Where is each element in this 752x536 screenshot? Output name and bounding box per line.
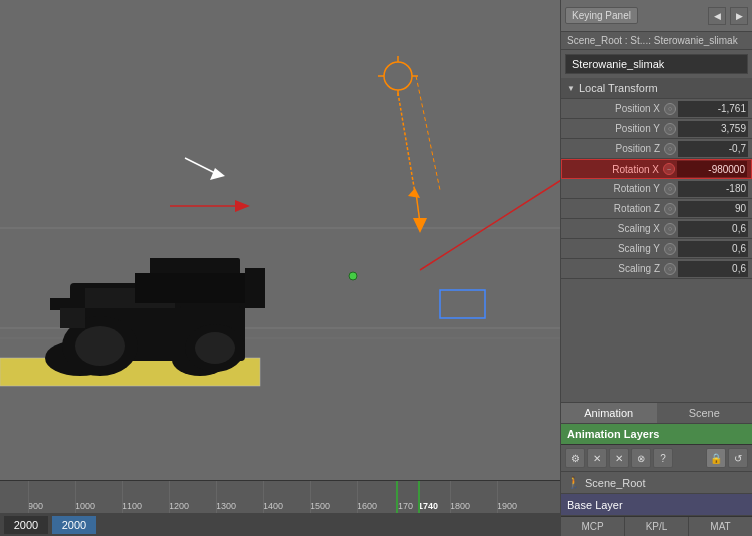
tick-line-1100 — [122, 481, 123, 513]
tab-scene[interactable]: Scene — [657, 403, 753, 423]
position-z-row: Position Z ○ — [561, 139, 752, 159]
local-transform-label: Local Transform — [579, 82, 658, 94]
help-icon-btn[interactable]: ? — [653, 448, 673, 468]
tick-1500: 1500 — [310, 501, 330, 511]
svg-marker-24 — [210, 168, 225, 180]
position-z-label: Position Z — [565, 143, 664, 154]
mcp-button[interactable]: MCP — [561, 517, 625, 536]
svg-point-9 — [75, 326, 125, 366]
frame-start-input[interactable] — [4, 516, 48, 534]
tick-line-1000 — [75, 481, 76, 513]
tick-1600: 1600 — [357, 501, 377, 511]
scaling-y-label: Scaling Y — [565, 243, 664, 254]
rotation-z-icon: ○ — [664, 203, 676, 215]
svg-rect-12 — [85, 288, 175, 308]
svg-line-34 — [420, 168, 560, 270]
svg-marker-26 — [408, 188, 420, 198]
tick-line-1500 — [310, 481, 311, 513]
nav-next-button[interactable]: ▶ — [730, 7, 748, 25]
kpl-button[interactable]: KP/L — [625, 517, 689, 536]
scaling-x-row: Scaling X ○ — [561, 219, 752, 239]
tab-bar: Animation Scene — [561, 402, 752, 424]
rotation-x-icon: ~ — [663, 163, 675, 175]
svg-point-5 — [172, 344, 228, 376]
scaling-y-row: Scaling Y ○ — [561, 239, 752, 259]
svg-line-25 — [398, 93, 415, 193]
lock-icon-btn[interactable]: 🔒 — [706, 448, 726, 468]
timeline-bottom — [0, 513, 560, 536]
main-layout: 900 1000 1100 1200 1300 1400 1500 1600 1… — [0, 0, 752, 536]
tick-line-1600 — [357, 481, 358, 513]
object-name-field[interactable]: Sterowanie_slimak — [565, 54, 748, 74]
scaling-x-icon: ○ — [664, 223, 676, 235]
position-x-row: Position X ○ — [561, 99, 752, 119]
rotation-y-value[interactable] — [678, 181, 748, 197]
position-y-label: Position Y — [565, 123, 664, 134]
cancel-icon-btn[interactable]: ⊗ — [631, 448, 651, 468]
scaling-z-label: Scaling Z — [565, 263, 664, 274]
frame-current-input[interactable] — [52, 516, 96, 534]
refresh-icon-btn[interactable]: ↺ — [728, 448, 748, 468]
settings-icon-btn[interactable]: ⚙ — [565, 448, 585, 468]
nav-prev-button[interactable]: ◀ — [708, 7, 726, 25]
tick-1400: 1400 — [263, 501, 283, 511]
tick-line-1400 — [263, 481, 264, 513]
remove-icon-btn[interactable]: ✕ — [587, 448, 607, 468]
close-icon-btn[interactable]: ✕ — [609, 448, 629, 468]
timeline-ruler: 900 1000 1100 1200 1300 1400 1500 1600 1… — [0, 481, 560, 513]
scaling-x-label: Scaling X — [565, 223, 664, 234]
position-z-value[interactable] — [678, 141, 748, 157]
position-x-value[interactable] — [678, 101, 748, 117]
scaling-z-value[interactable] — [678, 261, 748, 277]
svg-rect-13 — [135, 273, 245, 303]
rotation-y-label: Rotation Y — [565, 183, 664, 194]
tick-line-1300 — [216, 481, 217, 513]
keying-header: Keying Panel ◀ ▶ — [561, 0, 752, 32]
base-layer-item[interactable]: Base Layer — [561, 494, 752, 516]
svg-point-11 — [195, 332, 235, 364]
svg-rect-16 — [245, 268, 265, 308]
rotation-y-icon: ○ — [664, 183, 676, 195]
position-y-value[interactable] — [678, 121, 748, 137]
scaling-y-value[interactable] — [678, 241, 748, 257]
tick-line-1800 — [450, 481, 451, 513]
scene-root-item[interactable]: 🚶 Scene_Root — [561, 472, 752, 494]
tick-1800: 1800 — [450, 501, 470, 511]
right-panel: Keying Panel ◀ ▶ Scene_Root : St...: Ste… — [560, 0, 752, 536]
tick-1300: 1300 — [216, 501, 236, 511]
scaling-x-value[interactable] — [678, 221, 748, 237]
icon-toolbar: ⚙ ✕ ✕ ⊗ ? 🔒 ↺ — [561, 445, 752, 472]
base-layer-label: Base Layer — [567, 499, 746, 511]
collapse-triangle: ▼ — [567, 84, 575, 93]
svg-point-10 — [185, 324, 245, 372]
red-line-overlay — [0, 0, 560, 536]
svg-rect-3 — [0, 358, 260, 386]
svg-point-32 — [349, 272, 357, 280]
viewport-svg — [0, 0, 560, 536]
mat-button[interactable]: MAT — [689, 517, 752, 536]
tab-animation[interactable]: Animation — [561, 403, 657, 423]
bottom-buttons: MCP KP/L MAT — [561, 516, 752, 536]
keying-panel-button[interactable]: Keying Panel — [565, 7, 638, 24]
position-x-label: Position X — [565, 103, 664, 114]
rotation-z-value[interactable] — [678, 201, 748, 217]
tick-1100: 1100 — [122, 501, 142, 511]
tick-1900: 1900 — [497, 501, 517, 511]
timeline: 900 1000 1100 1200 1300 1400 1500 1600 1… — [0, 480, 560, 536]
viewport[interactable]: 900 1000 1100 1200 1300 1400 1500 1600 1… — [0, 0, 560, 536]
position-z-icon: ○ — [664, 143, 676, 155]
scaling-y-icon: ○ — [664, 243, 676, 255]
rotation-x-value[interactable] — [677, 161, 747, 177]
tick-line-1200 — [169, 481, 170, 513]
position-y-row: Position Y ○ — [561, 119, 752, 139]
svg-point-4 — [45, 340, 115, 376]
scaling-z-row: Scaling Z ○ — [561, 259, 752, 279]
svg-rect-17 — [60, 308, 85, 328]
tick-line-1900 — [497, 481, 498, 513]
svg-rect-6 — [70, 283, 245, 361]
rotation-x-label: Rotation X — [566, 164, 663, 175]
position-y-icon: ○ — [664, 123, 676, 135]
local-transform-header[interactable]: ▼ Local Transform — [561, 78, 752, 99]
animation-layers-bar: Animation Layers — [561, 424, 752, 445]
connection-line — [0, 0, 560, 420]
